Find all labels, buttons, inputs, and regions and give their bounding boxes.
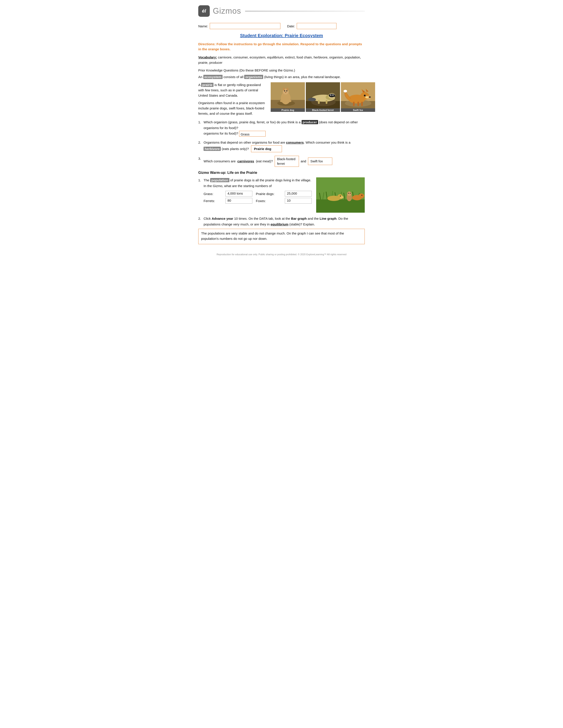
q1-producer-keyword: producer <box>302 120 318 124</box>
svg-point-8 <box>284 90 285 92</box>
q3-content: Which consumers are carnivores (eat meat… <box>203 156 365 167</box>
name-input[interactable] <box>210 23 280 29</box>
q2-answer-box[interactable]: Prairie dog <box>251 145 282 152</box>
prairie-dogs-label: Prairie dogs: <box>256 192 282 196</box>
q2-number: 2. <box>198 140 203 145</box>
grass-label: Grass: <box>203 192 222 196</box>
vocab-words: carnivore, consumer, ecosystem, equilibr… <box>198 55 361 64</box>
warmup-q2-answer-box[interactable]: The populations are very stable and do n… <box>198 229 365 244</box>
q3-text-pre: Which consumers are <box>203 158 235 164</box>
organisms-keyword: organisms <box>244 75 263 79</box>
ferret-caption: Black-footed ferret <box>306 108 340 112</box>
svg-point-40 <box>369 96 371 98</box>
svg-point-25 <box>308 98 316 101</box>
svg-point-66 <box>350 193 351 194</box>
footer: Reproduction for educational use only. P… <box>198 253 365 256</box>
q1-answer-box[interactable]: Grass <box>239 131 265 137</box>
warmup-title: Gizmo Warm-up: Life on the Prairie <box>198 171 365 175</box>
svg-rect-43 <box>353 102 355 106</box>
q2-text2: . Which consumer you think is a <box>304 141 351 144</box>
svg-rect-27 <box>326 100 328 104</box>
date-label: Date: <box>287 24 295 28</box>
q3-text-post: (eat meat)? <box>256 158 273 164</box>
q2-herbivore-keyword: herbivore <box>203 147 221 151</box>
logo-box: él <box>198 5 210 17</box>
svg-point-12 <box>288 100 292 102</box>
q2-text: Organisms that depend on other organisms… <box>203 141 286 144</box>
question-2: 2. Organisms that depend on other organi… <box>198 140 365 152</box>
prairie-line1-pre: A <box>198 83 201 87</box>
q2-line1: 2. Organisms that depend on other organi… <box>198 140 365 152</box>
prairie-text: A prairie is flat or gently rolling gras… <box>198 82 267 116</box>
foxes-value-box[interactable]: 10 <box>285 198 312 204</box>
name-label: Name: <box>198 24 208 28</box>
prairie-dog-image <box>271 82 305 108</box>
q3-answer1-box[interactable]: Black-footed ferret <box>274 156 299 167</box>
warmup-q2-bar: Bar graph <box>291 217 307 220</box>
warmup-q1-content: The population of prairie dogs is all th… <box>203 177 312 189</box>
svg-point-7 <box>287 88 289 91</box>
prairie-keyword: prairie <box>201 83 213 87</box>
svg-point-11 <box>280 100 284 102</box>
prairie-dogs-value-box[interactable]: 25,000 <box>285 191 312 197</box>
prairie-dog-container: Prairie dog <box>271 82 305 112</box>
ferrets-label: Ferrets: <box>203 199 222 203</box>
warmup-q2-content: Click Advance year 10 times. On the DATA… <box>203 216 365 227</box>
ferrets-value-box[interactable]: 80 <box>225 198 252 204</box>
svg-point-6 <box>283 88 285 91</box>
warmup-q1-text: 1. The population of prairie dogs is all… <box>198 177 312 213</box>
ferret-image <box>306 82 340 108</box>
warmup-q2-line-graph: Line graph <box>320 217 337 220</box>
swift-fox-caption: Swift fox <box>341 108 375 112</box>
date-input[interactable] <box>297 23 337 29</box>
warmup-q2-text2: 10 times. On the DATA tab, look at the <box>233 217 291 220</box>
svg-rect-45 <box>361 102 363 106</box>
page-title: Student Exploration: Prairie Ecosystem <box>198 33 365 38</box>
svg-point-19 <box>329 94 335 97</box>
prairie-ecosystem-image <box>316 177 365 213</box>
svg-rect-44 <box>358 102 359 106</box>
prior-knowledge-heading: Prior Knowledge Questions (Do these BEFO… <box>198 68 365 72</box>
svg-point-41 <box>365 96 369 98</box>
prairie-organisms-text: Organisms often found in a prairie ecosy… <box>198 100 267 116</box>
svg-point-39 <box>364 95 365 96</box>
warmup-q2-text3: and the <box>307 217 320 220</box>
svg-point-24 <box>334 96 336 97</box>
header: él Gizmos <box>198 5 365 17</box>
svg-point-69 <box>362 195 362 196</box>
svg-point-65 <box>348 193 349 194</box>
svg-point-62 <box>340 196 341 197</box>
questions-section: 1. Which organism (grass, prairie dog, f… <box>198 119 365 167</box>
svg-point-64 <box>347 191 352 196</box>
ecosystem-mid: consists of all <box>222 75 244 79</box>
ecosystem-pre: An <box>198 75 203 79</box>
grass-value-box[interactable]: 4,000 tons <box>225 191 252 197</box>
prairie-section: A prairie is flat or gently rolling gras… <box>198 82 365 116</box>
svg-point-68 <box>359 193 364 198</box>
directions: Directions: Follow the instructions to g… <box>198 42 365 52</box>
ecosystem-post: (living things) in an area, plus the nat… <box>263 75 341 79</box>
prairie-images: Prairie dog <box>271 82 375 112</box>
warmup-q1-pre: The <box>203 178 210 182</box>
brand-name: Gizmos <box>213 6 241 16</box>
vocabulary-section: Vocabulary: carnivore, consumer, ecosyst… <box>198 55 365 65</box>
warmup-q2-advance: Advance year <box>212 217 233 220</box>
ecosystem-keyword: ecosystem <box>203 75 223 79</box>
svg-rect-26 <box>318 100 320 104</box>
warmup-q2-text5: (stable)? Explain. <box>289 222 315 226</box>
q3-answer2-box[interactable]: Swift fox <box>308 158 332 165</box>
foxes-label: Foxes: <box>256 199 282 203</box>
svg-point-23 <box>333 95 334 96</box>
swift-fox-container: Swift fox <box>341 82 375 112</box>
header-divider <box>245 11 365 11</box>
warmup-q1-line: 1. The population of prairie dogs is all… <box>198 177 312 189</box>
name-date-row: Name: Date: <box>198 23 365 29</box>
q1-text-pre: Which organism (grass, prairie dog, ferr… <box>203 120 302 124</box>
q1-number: 1. <box>198 119 203 125</box>
population-keyword: population <box>210 178 229 182</box>
warmup-q2-number: 2. <box>198 216 203 221</box>
svg-point-22 <box>331 95 331 96</box>
q2-text3: (eats plants only)? <box>221 147 249 151</box>
warmup-q2-text: Click <box>203 217 212 220</box>
svg-point-10 <box>285 92 287 93</box>
